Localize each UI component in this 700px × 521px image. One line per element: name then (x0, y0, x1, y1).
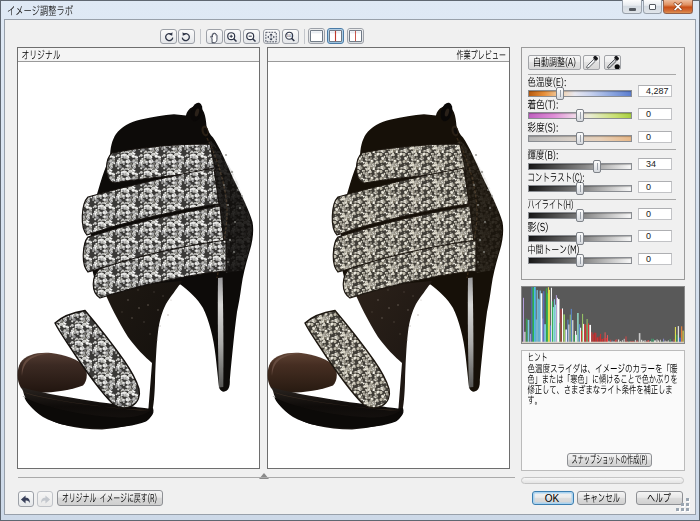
svg-text:OK: OK (545, 493, 560, 504)
